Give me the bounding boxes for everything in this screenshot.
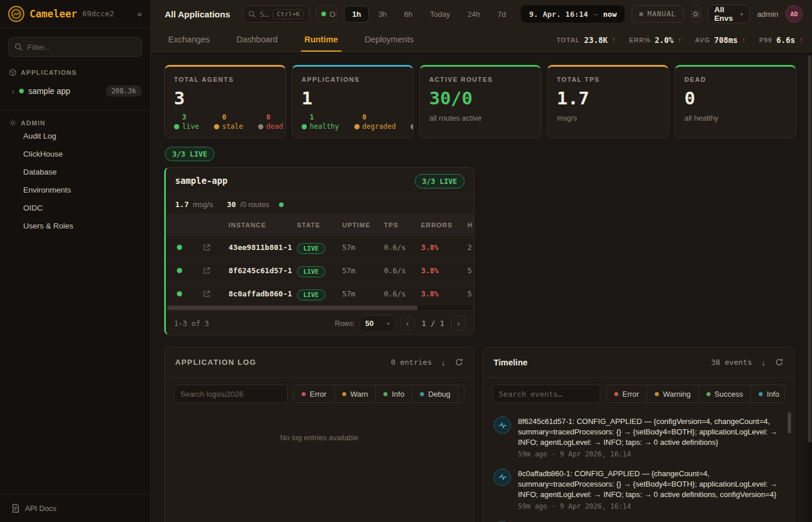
global-search-button[interactable]: S… Ctrl+K (243, 5, 309, 23)
card-total-agents: TOTAL AGENTS 3 3live 0stale 0dead (164, 65, 286, 138)
time-range-3h[interactable]: 3h (370, 6, 394, 23)
table-pagination: 1-3 of 3 Rows: 50 ▾ ‹ 1 / 1 › (166, 310, 474, 335)
manual-status-dot (639, 12, 643, 16)
timeline-search-input[interactable] (499, 390, 594, 398)
warning-dot (655, 392, 659, 396)
sidebar-item-environments[interactable]: Environments (0, 181, 150, 199)
timeline-event[interactable]: 8f6245c61d57-1: CONFIG_APPLIED — {config… (494, 411, 780, 463)
manual-refresh-button[interactable]: MANUAL (632, 5, 683, 23)
filter-chip-debug[interactable]: Debug (412, 385, 458, 403)
refresh-icon[interactable] (775, 358, 784, 367)
filter-chip-trace[interactable]: Trace (458, 385, 465, 403)
timeline-event[interactable]: 43ee9811b801-1: CONFIG_APPLIED — {change… (494, 516, 780, 522)
stat-degraded: 0degraded (354, 113, 396, 131)
brand-logo-icon (8, 6, 24, 22)
log-search-input[interactable] (180, 390, 281, 398)
amber-dot (214, 124, 219, 129)
external-link-icon[interactable] (193, 244, 220, 251)
filter-chip-info[interactable]: Info (375, 385, 412, 403)
time-range-today[interactable]: Today (422, 6, 458, 23)
sidebar-collapse-button[interactable]: « (137, 9, 142, 19)
time-range-7d[interactable]: 7d (490, 6, 514, 23)
log-search (174, 385, 288, 403)
environment-select[interactable]: All Envs ▾ (708, 5, 751, 23)
app-item-label: sample app (28, 86, 70, 96)
date-range-from: 9. Apr. 16:14 (529, 10, 588, 19)
info-dot (383, 392, 387, 396)
arrow-up-icon: ↑ (677, 36, 681, 44)
sidebar-item-oidc[interactable]: OIDC (0, 199, 150, 217)
date-range-picker[interactable]: 9. Apr. 16:14 — now (521, 5, 625, 23)
api-docs-label: API Docs (25, 504, 56, 513)
stat-critical: 0critical (411, 113, 414, 131)
applications-section-header: APPLICATIONS (0, 68, 150, 77)
tab-dashboard[interactable]: Dashboard (233, 28, 281, 52)
time-range-24h[interactable]: 24h (459, 6, 488, 23)
tab-exchanges[interactable]: Exchanges (165, 28, 213, 52)
arrow-down-icon[interactable]: ↓ (762, 357, 766, 367)
instances-table-header: INSTANCE STATE UPTIME TPS ERRORS H (166, 215, 474, 235)
instance-status-dot (177, 291, 182, 296)
table-horizontal-scrollbar[interactable] (167, 306, 473, 310)
timeline-scrollbar-thumb[interactable] (788, 412, 791, 433)
filter-input[interactable] (27, 43, 136, 52)
filter-chip-success[interactable]: Success (698, 385, 751, 403)
state-badge: LIVE (297, 289, 325, 300)
tab-deployments[interactable]: Deployments (361, 28, 418, 52)
sidebar-divider (0, 110, 150, 111)
chevron-right-icon[interactable]: › (12, 86, 14, 96)
api-docs-link[interactable]: API Docs (0, 494, 150, 522)
table-row[interactable]: 8c0affadb860-1 LIVE 57m 0.6/s 3.8% 5 (166, 282, 474, 305)
live-status-dot (321, 12, 326, 16)
time-range-6h[interactable]: 6h (396, 6, 420, 23)
time-range-group: 1h 3h 6h Today 24h 7d (344, 6, 514, 23)
table-row[interactable]: 8f6245c61d57-1 LIVE 57m 0.6/s 3.8% 5 (166, 259, 474, 282)
sidebar-item-sample-app[interactable]: › sample app 208.3k (0, 81, 150, 101)
instance-status-dot (177, 245, 182, 250)
arrow-down-icon[interactable]: ↓ (441, 357, 446, 367)
prev-page-button[interactable]: ‹ (400, 316, 415, 331)
username-label: admin (757, 10, 778, 19)
app-panel-title: sample-app (175, 176, 227, 186)
metric-avg: AVG 708ms ↑ (695, 35, 745, 45)
live-mode-toggle[interactable]: O (316, 5, 337, 23)
chevron-down-icon: ▾ (740, 11, 743, 17)
log-empty-state: No log entries available (165, 433, 474, 442)
rows-per-page-select[interactable]: 50 ▾ (360, 315, 396, 332)
sidebar-item-users-roles[interactable]: Users & Roles (0, 217, 150, 235)
green-dot (302, 124, 307, 129)
state-badge: LIVE (297, 243, 325, 254)
table-row[interactable]: 43ee9811b801-1 LIVE 57m 0.6/s 3.8% 2 (166, 235, 474, 259)
page-scrollbar[interactable] (807, 52, 812, 522)
card-total-tps: TOTAL TPS 1.7 msg/s (547, 65, 669, 138)
arrow-up-icon: ↑ (612, 36, 615, 44)
sidebar-item-database[interactable]: Database (0, 163, 150, 181)
timeline-title: Timeline (494, 358, 528, 367)
avatar[interactable]: AD (785, 5, 803, 23)
refresh-icon[interactable] (455, 358, 463, 367)
time-range-1h[interactable]: 1h (344, 6, 369, 23)
sidebar-item-audit-log[interactable]: Audit Log (0, 127, 150, 145)
external-link-icon[interactable] (193, 267, 220, 274)
page-title: All Applications (165, 9, 230, 19)
scrollbar-thumb[interactable] (167, 306, 418, 310)
filter-chip-warn[interactable]: Warn (334, 385, 376, 403)
app-root: Cameleer 69dcce2 « APPLICATIONS › sample… (0, 0, 812, 522)
timeline-event[interactable]: 8c0affadb860-1: CONFIG_APPLIED — {change… (494, 463, 780, 516)
scrollbar-thumb[interactable] (808, 55, 811, 443)
filter-chip-error[interactable]: Error (607, 385, 647, 403)
filter-chip-error[interactable]: Error (294, 385, 334, 403)
timeline-events: 8f6245c61d57-1: CONFIG_APPLIED — {config… (483, 410, 794, 522)
filter-chip-info[interactable]: Info (751, 385, 785, 403)
search-icon (248, 10, 256, 18)
activity-pulse-icon (494, 416, 511, 434)
sidebar-item-clickhouse[interactable]: ClickHouse (0, 145, 150, 163)
sidebar-header: Cameleer 69dcce2 « (0, 0, 150, 28)
next-page-button[interactable]: › (451, 316, 466, 331)
sun-icon (691, 10, 700, 19)
tab-runtime[interactable]: Runtime (301, 28, 342, 52)
filter-chip-warning[interactable]: Warning (647, 385, 698, 403)
brand-version: 69dcce2 (82, 9, 114, 18)
theme-toggle-button[interactable] (691, 5, 701, 23)
external-link-icon[interactable] (193, 290, 220, 298)
